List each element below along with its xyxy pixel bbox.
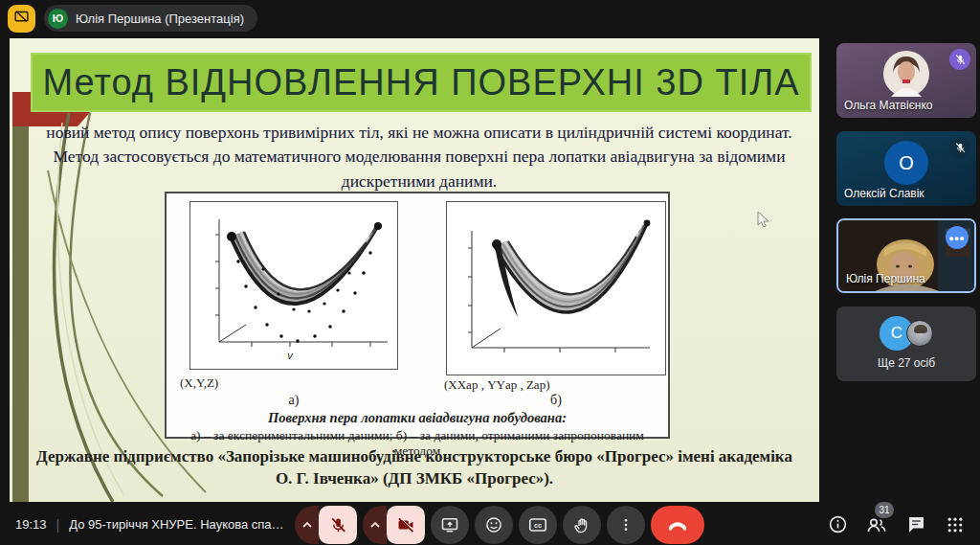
mic-muted-badge: [949, 49, 970, 70]
activities-button[interactable]: [944, 513, 967, 536]
participant-name: Олексій Славік: [844, 187, 924, 200]
chat-icon: [906, 514, 926, 534]
info-icon: [828, 514, 848, 534]
camera-options-button[interactable]: [363, 506, 387, 544]
svg-text:cc: cc: [534, 521, 542, 530]
participant-photo: [883, 51, 929, 97]
presenter-avatar: Ю: [48, 9, 68, 29]
mouse-cursor: [756, 211, 771, 230]
chevron-up-icon: [369, 521, 381, 529]
figure-caption-title: Поверхня пера лопатки авіадвигуна побудо…: [167, 410, 668, 426]
stop-presenting-button[interactable]: [8, 5, 35, 33]
reactions-button[interactable]: [475, 506, 513, 544]
participants-count-badge: 31: [875, 502, 894, 518]
participant-name: Юлія Першина: [846, 272, 925, 285]
emoji-smile-icon: [484, 515, 503, 534]
toolbar-left: 19:13 | До 95-тиріччя ХНУРЕ. Наукова спа…: [15, 504, 287, 545]
mic-muted-badge: [949, 137, 970, 158]
presenter-name: Юлія Першина (Презентація): [76, 11, 244, 26]
show-participants-button[interactable]: 31: [865, 513, 888, 536]
participant-tile-olga[interactable]: Ольга Матвієнко: [836, 43, 976, 118]
meeting-toolbar: 19:13 | До 95-тиріччя ХНУРЕ. Наукова спа…: [0, 504, 980, 545]
present-screen-icon: [440, 515, 459, 534]
slide-paragraph: новий метод опису поверхонь тривимірних …: [36, 121, 802, 193]
present-screen-button[interactable]: [431, 506, 469, 544]
surface-plot-b: [446, 201, 666, 375]
captions-icon: cc: [527, 514, 548, 535]
tile-options-button[interactable]: •••: [946, 226, 969, 249]
participant-initial-avatar: О: [884, 141, 928, 185]
slide-title: Метод ВІДНОВЛЕННЯ ПОВЕРХНІ 3D ТІЛА: [43, 62, 800, 103]
slide-title-banner: Метод ВІДНОВЛЕННЯ ПОВЕРХНІ 3D ТІЛА: [31, 53, 812, 112]
present-off-icon: [13, 9, 30, 29]
toolbar-right: 31: [826, 504, 967, 545]
plot-a-coords-label: (X,Y,Z): [180, 375, 218, 391]
camera-off-icon: [396, 515, 415, 534]
meet-window: Ю Юлія Першина (Презентація) Метод ВІДНО…: [0, 0, 980, 545]
participant-tile-yulia-video[interactable]: ••• Юлія Першина: [836, 218, 976, 293]
participant-tile-oleksii[interactable]: О Олексій Славік: [836, 131, 976, 206]
leave-call-button[interactable]: [651, 506, 704, 544]
vertical-dots-icon: [618, 517, 634, 533]
participant-photo-avatar: [906, 320, 933, 347]
presentation-slide: Метод ВІДНОВЛЕННЯ ПОВЕРХНІ 3D ТІЛА новий…: [10, 38, 819, 502]
meeting-title: До 95-тиріччя ХНУРЕ. Наукова спадщина ..…: [69, 517, 287, 532]
plot-a-label: а): [189, 393, 398, 408]
camera-control-group: [363, 506, 425, 544]
chevron-up-icon: [301, 521, 313, 529]
plot-b-coords-label: (XXар , YYар , Zар): [444, 377, 549, 393]
plot-a-axis-label: v: [287, 350, 294, 361]
mic-off-icon: [329, 516, 347, 534]
presenter-chip[interactable]: Ю Юлія Першина (Презентація): [44, 5, 257, 32]
separator: |: [56, 517, 60, 533]
mic-options-button[interactable]: [295, 506, 319, 544]
plot-b-label: б): [446, 393, 666, 408]
camera-off-button[interactable]: [387, 506, 425, 544]
hangup-icon: [666, 513, 689, 536]
slide-footer-text: Державне підприємство «Запорізьке машино…: [29, 446, 800, 490]
grid-icon: [946, 515, 965, 534]
raise-hand-icon: [573, 516, 591, 534]
more-options-button[interactable]: [607, 506, 645, 544]
slide-figure: v: [165, 192, 670, 439]
more-participants-label: Ще 27 осіб: [836, 356, 976, 370]
raise-hand-button[interactable]: [563, 506, 601, 544]
more-participants-tile[interactable]: С Ще 27 осіб: [836, 307, 976, 381]
clock-time: 19:13: [15, 517, 47, 532]
captions-button[interactable]: cc: [519, 506, 557, 544]
mic-mute-button[interactable]: [319, 506, 357, 544]
chat-button[interactable]: [904, 513, 927, 536]
toolbar-controls: cc: [295, 506, 704, 544]
meeting-details-button[interactable]: [826, 513, 849, 536]
stacked-avatars: С: [836, 316, 976, 351]
participant-name: Ольга Матвієнко: [844, 99, 932, 112]
mic-control-group: [295, 506, 357, 544]
surface-plot-a: v: [189, 201, 398, 370]
